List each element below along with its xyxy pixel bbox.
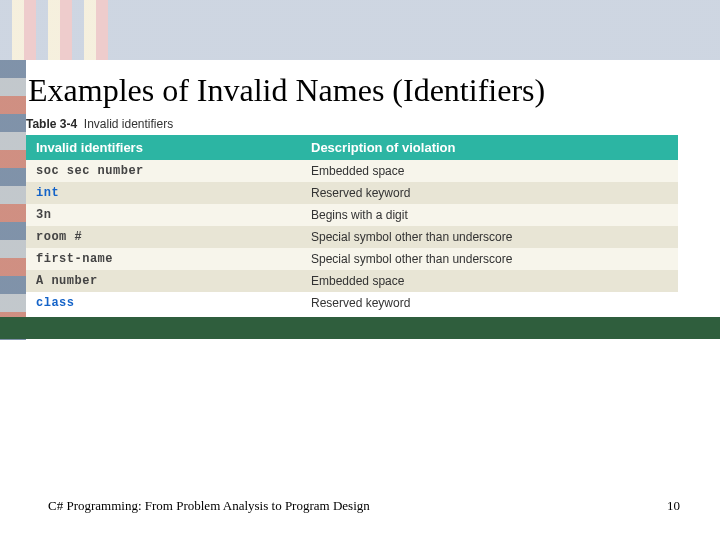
cell-identifier: A number (26, 270, 301, 292)
table-caption-text: Invalid identifiers (84, 117, 173, 131)
table-row: A number Embedded space (26, 270, 678, 292)
cell-description: Special symbol other than underscore (301, 248, 678, 270)
cell-description: Begins with a digit (301, 204, 678, 226)
cell-identifier: class (26, 292, 301, 314)
slide-footer: C# Programming: From Problem Analysis to… (48, 498, 680, 514)
cell-identifier: 3n (26, 204, 301, 226)
cell-description: Reserved keyword (301, 182, 678, 204)
table-body: soc sec number Embedded space int Reserv… (26, 160, 678, 314)
cell-identifier: first-name (26, 248, 301, 270)
table-row: 3n Begins with a digit (26, 204, 678, 226)
cell-identifier: soc sec number (26, 160, 301, 182)
cell-description: Special symbol other than underscore (301, 226, 678, 248)
table-row: room # Special symbol other than undersc… (26, 226, 678, 248)
table-row: soc sec number Embedded space (26, 160, 678, 182)
table-number: Table 3-4 (26, 117, 77, 131)
cell-description: Embedded space (301, 270, 678, 292)
decorative-left-stripe (0, 60, 26, 340)
cell-identifier: int (26, 182, 301, 204)
slide-content: Examples of Invalid Names (Identifiers) … (26, 60, 696, 314)
table-header-row: Invalid identifiers Description of viola… (26, 135, 678, 160)
table-row: class Reserved keyword (26, 292, 678, 314)
cell-description: Embedded space (301, 160, 678, 182)
decorative-top-stripe (0, 0, 720, 60)
cell-description: Reserved keyword (301, 292, 678, 314)
col-header-description: Description of violation (301, 135, 678, 160)
invalid-identifiers-table: Invalid identifiers Description of viola… (26, 135, 678, 314)
decorative-green-bar (0, 317, 720, 339)
col-header-identifier: Invalid identifiers (26, 135, 301, 160)
table-row: first-name Special symbol other than und… (26, 248, 678, 270)
table-row: int Reserved keyword (26, 182, 678, 204)
cell-identifier: room # (26, 226, 301, 248)
footer-book-title: C# Programming: From Problem Analysis to… (48, 498, 370, 514)
table-caption: Table 3-4 Invalid identifiers (26, 117, 696, 131)
slide-title: Examples of Invalid Names (Identifiers) (28, 72, 696, 109)
footer-page-number: 10 (667, 498, 680, 514)
